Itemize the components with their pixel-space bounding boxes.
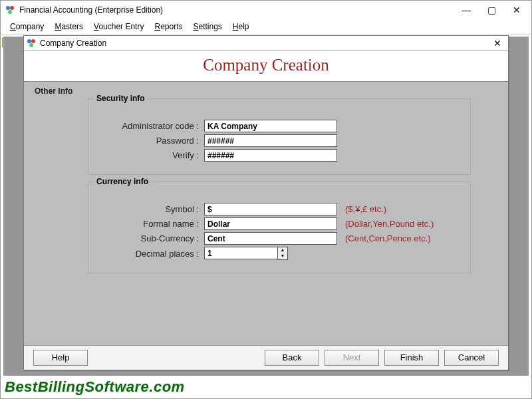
security-info-fieldset: Security info Administrator code : Passw…	[88, 98, 471, 175]
menu-reports[interactable]: Reports	[150, 21, 186, 33]
currency-legend: Currency info	[94, 177, 151, 186]
decimal-places-spinner[interactable]: ▲ ▼	[204, 247, 291, 260]
menubar: Company Masters Voucher Entry Reports Se…	[1, 19, 531, 35]
finish-button[interactable]: Finish	[384, 350, 439, 366]
formal-name-input[interactable]	[204, 217, 337, 230]
spinner-up-icon[interactable]: ▲	[278, 247, 287, 253]
dialog-close-button[interactable]: ✕	[489, 38, 505, 49]
admin-code-label: Administrator code :	[99, 121, 199, 131]
verify-label: Verify :	[99, 150, 199, 160]
svg-point-3	[27, 39, 31, 43]
back-button[interactable]: Back	[265, 350, 319, 366]
password-input[interactable]	[204, 134, 337, 147]
app-icon	[5, 5, 15, 15]
sub-currency-input[interactable]	[204, 232, 337, 245]
svg-point-2	[8, 10, 12, 14]
cancel-button[interactable]: Cancel	[444, 350, 499, 366]
app-window: Financial Accounting (Enterprise Edition…	[0, 0, 532, 399]
maximize-button[interactable]: ▢	[483, 3, 499, 17]
app-title: Financial Accounting (Enterprise Edition…	[19, 5, 458, 15]
close-button[interactable]: ✕	[509, 3, 525, 17]
menu-help[interactable]: Help	[229, 21, 253, 33]
page-title: Company Creation	[24, 51, 508, 82]
formal-name-hint: (Dollar,Yen,Pound etc.)	[345, 219, 434, 229]
sub-currency-hint: (Cent,Cen,Pence etc.)	[345, 233, 431, 243]
watermark: BestBillingSoftware.com	[5, 378, 185, 396]
menu-settings[interactable]: Settings	[189, 21, 225, 33]
workspace: Company Creation ✕ Company Creation Othe…	[3, 37, 529, 376]
symbol-hint: ($,¥,£ etc.)	[345, 204, 386, 214]
menu-voucher-entry[interactable]: Voucher Entry	[90, 21, 148, 33]
verify-input[interactable]	[204, 149, 337, 162]
password-label: Password :	[99, 136, 199, 146]
company-creation-dialog: Company Creation ✕ Company Creation Othe…	[23, 35, 509, 370]
help-button[interactable]: Help	[33, 350, 88, 366]
svg-point-1	[10, 6, 14, 10]
formal-name-label: Formal name :	[99, 219, 199, 229]
security-legend: Security info	[94, 94, 148, 103]
dialog-footer: Help Back Next Finish Cancel	[24, 345, 508, 370]
symbol-label: Symbol :	[99, 204, 199, 214]
decimal-places-input[interactable]	[204, 247, 277, 259]
dialog-icon	[27, 39, 36, 48]
menu-company[interactable]: Company	[6, 21, 48, 33]
next-button: Next	[325, 350, 379, 366]
dialog-title: Company Creation	[40, 39, 489, 48]
currency-info-fieldset: Currency info Symbol : ($,¥,£ etc.) Form…	[88, 182, 471, 273]
minimize-button[interactable]: —	[458, 3, 474, 17]
svg-point-5	[29, 43, 33, 47]
symbol-input[interactable]	[204, 203, 337, 215]
menu-masters[interactable]: Masters	[51, 21, 87, 33]
sub-currency-label: Sub-Currency :	[99, 233, 199, 243]
dialog-body: Other Info Security info Administrator c…	[24, 82, 508, 345]
titlebar: Financial Accounting (Enterprise Edition…	[1, 1, 531, 19]
svg-point-0	[6, 6, 10, 10]
spinner-down-icon[interactable]: ▼	[278, 253, 287, 259]
admin-code-input[interactable]	[204, 120, 337, 132]
decimal-places-label: Decimal places :	[99, 249, 199, 259]
dialog-titlebar: Company Creation ✕	[24, 36, 508, 51]
svg-point-4	[31, 39, 35, 43]
